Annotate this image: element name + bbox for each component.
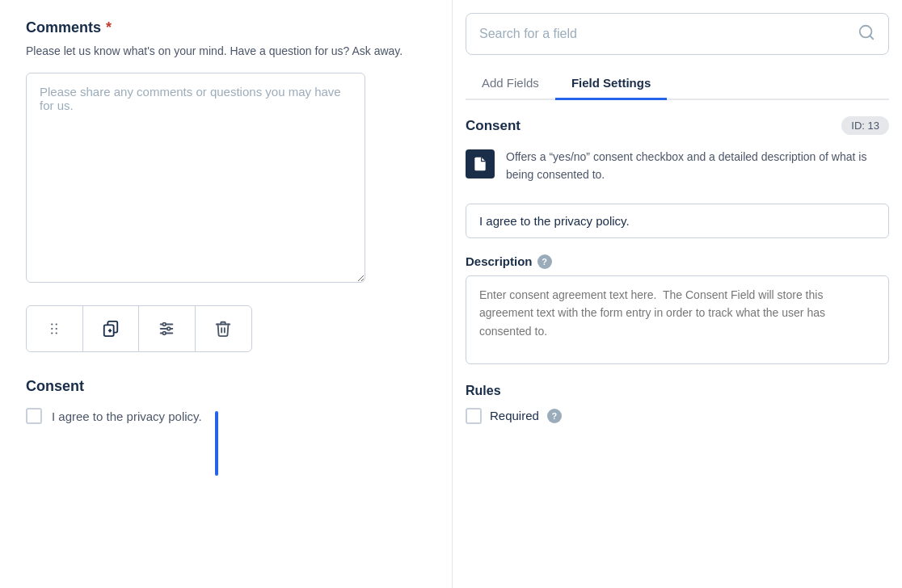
delete-button[interactable] [196, 306, 252, 351]
svg-point-14 [167, 327, 171, 330]
svg-point-5 [56, 332, 57, 334]
required-star: * [106, 19, 112, 36]
comments-textarea[interactable] [26, 73, 365, 283]
field-toolbar [26, 305, 252, 352]
tab-add-fields[interactable]: Add Fields [466, 68, 555, 100]
panel-tabs: Add Fields Field Settings [466, 68, 889, 100]
search-icon [858, 23, 875, 44]
consent-card-description: Offers a “yes/no” consent checkbox and a… [506, 148, 889, 184]
required-checkbox[interactable] [466, 408, 482, 424]
consent-card: Consent ID: 13 Offers a “yes/no” consent… [466, 116, 889, 187]
right-panel: Add Fields Field Settings Consent ID: 13… [453, 0, 902, 588]
svg-line-17 [870, 36, 873, 39]
rules-label: Rules [466, 384, 889, 398]
consent-checkbox[interactable] [26, 408, 42, 424]
id-badge: ID: 13 [841, 116, 889, 135]
consent-text-input[interactable]: I agree to the privacy policy. [466, 204, 889, 238]
description-label-text: Description [466, 254, 533, 268]
required-help-icon[interactable]: ? [547, 409, 562, 423]
description-textarea[interactable] [466, 275, 889, 364]
svg-point-0 [51, 323, 53, 325]
search-bar [466, 13, 889, 55]
svg-point-4 [51, 332, 53, 334]
settings-button[interactable] [139, 306, 196, 351]
active-field-indicator [215, 411, 218, 476]
left-panel: Comments * Please let us know what's on … [0, 0, 453, 588]
svg-point-13 [163, 323, 166, 326]
description-help-icon[interactable]: ? [537, 254, 552, 269]
consent-checkbox-label: I agree to the privacy policy. [52, 410, 202, 423]
svg-point-1 [56, 323, 57, 325]
drag-button[interactable] [27, 306, 83, 351]
description-section-label: Description ? [466, 254, 889, 269]
comments-field-label: Comments * [26, 19, 426, 36]
consent-card-header: Consent ID: 13 [466, 116, 889, 135]
comments-description: Please let us know what's on your mind. … [26, 43, 426, 60]
svg-point-2 [51, 328, 53, 330]
comments-label-text: Comments [26, 19, 101, 36]
consent-checkbox-row: I agree to the privacy policy. [26, 408, 202, 424]
required-row: Required ? [466, 408, 889, 424]
svg-point-3 [56, 328, 57, 330]
search-input[interactable] [479, 27, 858, 41]
required-label-text: Required [490, 409, 539, 422]
add-field-button[interactable] [83, 306, 140, 351]
tab-field-settings[interactable]: Field Settings [555, 68, 667, 100]
consent-card-body: Offers a “yes/no” consent checkbox and a… [466, 145, 889, 187]
rules-section: Rules Required ? [466, 384, 889, 424]
consent-section-title: Consent [26, 378, 426, 395]
svg-point-15 [163, 332, 166, 335]
consent-card-title: Consent [466, 118, 521, 134]
consent-doc-icon [466, 149, 495, 178]
consent-section: Consent I agree to the privacy policy. [26, 378, 426, 476]
